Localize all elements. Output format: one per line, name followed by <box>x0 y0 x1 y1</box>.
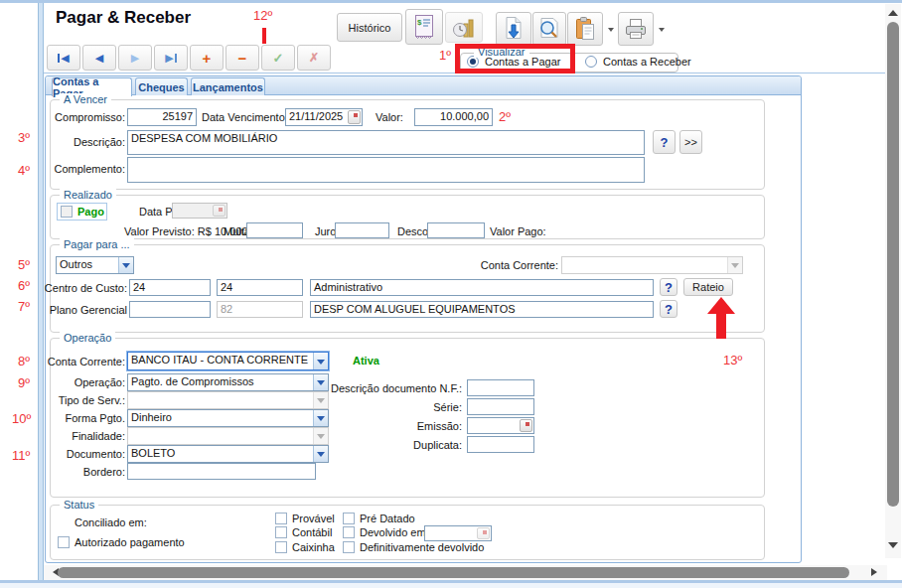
data-vencimento-field[interactable]: 21/11/2025 <box>285 108 363 126</box>
print-button[interactable] <box>618 12 654 46</box>
operacao-label: Operação: <box>40 376 125 388</box>
radio-unselected-icon <box>585 56 597 68</box>
plano-gerencial-name-field[interactable]: DESP COM ALUGUEL EQUIPAMENTOS <box>310 301 654 318</box>
nav-cancel-button[interactable]: ✗ <box>297 45 331 71</box>
serie-field[interactable] <box>467 398 534 415</box>
centro-custo-label: Centro de Custo: <box>40 282 127 294</box>
nav-delete-button[interactable]: − <box>226 45 259 71</box>
operacao-combo[interactable]: Pagto. de Compromissos <box>127 373 329 391</box>
devolvido-em-date-field[interactable] <box>424 525 492 541</box>
combo-arrow-icon[interactable] <box>313 446 328 462</box>
juros-field[interactable] <box>335 222 389 238</box>
valor-field[interactable]: 10.000,00 <box>414 108 493 126</box>
preview-icon <box>538 17 560 42</box>
caixinha-checkbox[interactable]: Caixinha <box>275 541 335 553</box>
pp-conta-corrente-combo <box>561 256 743 274</box>
pre-datado-label: Pré Datado <box>360 513 415 524</box>
preview-button[interactable] <box>532 12 566 46</box>
complemento-field[interactable] <box>127 157 645 183</box>
print-dropdown-button[interactable] <box>656 20 668 38</box>
window-left-border <box>38 3 44 588</box>
tab-lancamentos[interactable]: Lançamentos <box>191 77 265 95</box>
documento-combo[interactable]: BOLETO <box>127 445 329 463</box>
check-icon: ✓ <box>273 51 284 66</box>
annotation-arrow-up <box>707 297 735 339</box>
horizontal-scroll-thumb[interactable] <box>58 567 849 578</box>
documento-label: Documento: <box>40 448 125 460</box>
desconto-field[interactable] <box>427 222 485 238</box>
compromisso-field[interactable]: 25197 <box>127 108 197 126</box>
combo-arrow-icon[interactable] <box>118 257 133 273</box>
paste-dropdown-button[interactable] <box>605 20 617 38</box>
scroll-down-icon[interactable] <box>888 542 898 548</box>
descricao-field[interactable]: DESPESA COM MOBILIÁRIO <box>127 130 645 155</box>
calendar-icon[interactable] <box>348 110 361 124</box>
paste-button[interactable] <box>567 12 603 46</box>
op-conta-corrente-combo[interactable]: BANCO ITAU - CONTA CORRENTE <box>127 352 329 370</box>
combo-arrow-icon[interactable] <box>313 410 328 426</box>
annotation-5: 5º <box>18 257 30 272</box>
nav-first-button[interactable]: ◀ <box>47 45 80 71</box>
prev-record-icon: ◀ <box>95 53 103 64</box>
combo-arrow-icon[interactable] <box>313 374 328 390</box>
receipt-button[interactable]: $ <box>405 9 443 45</box>
window-top-border <box>0 0 902 3</box>
nav-prev-button[interactable]: ◀ <box>82 45 116 71</box>
centro-custo-code1-field[interactable]: 24 <box>129 279 211 296</box>
nav-last-button[interactable]: ▶ <box>154 45 188 71</box>
conciliado-label: Conciliado em: <box>75 516 147 528</box>
vertical-scroll-thumb[interactable] <box>887 22 899 507</box>
centro-custo-code2-field[interactable]: 24 <box>217 279 303 296</box>
combo-arrow-icon <box>313 392 328 408</box>
autorizado-checkbox[interactable]: Autorizado pagamento <box>58 536 185 548</box>
plano-gerencial-help-button[interactable]: ? <box>660 300 677 318</box>
multa-field[interactable] <box>246 222 303 238</box>
nav-next-button[interactable]: ▶ <box>118 45 152 71</box>
schedule-button[interactable] <box>445 12 483 43</box>
forma-pgto-value: Dinheiro <box>131 411 172 423</box>
first-record-icon: ◀ <box>58 53 69 64</box>
centro-custo-name-field[interactable]: Administrativo <box>310 279 654 296</box>
combo-arrow-icon[interactable] <box>313 353 328 369</box>
minus-icon: − <box>238 50 247 67</box>
descricao-nf-field[interactable] <box>467 379 534 396</box>
data-pag-field <box>172 203 227 219</box>
devolvido-em-checkbox[interactable]: Devolvido em <box>343 526 426 538</box>
scroll-up-icon[interactable] <box>888 10 898 16</box>
finalidade-combo <box>127 427 329 445</box>
calendar-icon <box>213 205 226 217</box>
bordero-field[interactable] <box>127 463 316 480</box>
emissao-field[interactable] <box>467 417 534 434</box>
plano-gerencial-code1-field[interactable] <box>129 301 211 318</box>
annotation-2: 2º <box>499 109 511 124</box>
centro-custo-help-button[interactable]: ? <box>660 278 677 296</box>
calendar-icon[interactable] <box>520 419 532 432</box>
definitivamente-checkbox[interactable]: Definitivamente devolvido <box>343 541 484 553</box>
contabil-checkbox[interactable]: Contábil <box>275 526 332 538</box>
provavel-checkbox[interactable]: Provável <box>275 513 335 524</box>
annotation-10: 10º <box>12 411 31 426</box>
pre-datado-checkbox[interactable]: Pré Datado <box>343 513 415 524</box>
rateio-button[interactable]: Rateio <box>683 278 733 296</box>
tipo-favorecido-combo[interactable]: Outros <box>56 256 134 274</box>
scroll-right-icon[interactable] <box>871 568 881 576</box>
nav-confirm-button[interactable]: ✓ <box>261 45 295 71</box>
forma-pgto-combo[interactable]: Dinheiro <box>127 409 329 427</box>
duplicata-field[interactable] <box>467 436 534 453</box>
historico-button[interactable]: Histórico <box>337 13 402 42</box>
receipt-icon: $ <box>412 14 436 41</box>
operacao-value: Pagto. de Compromissos <box>131 375 254 387</box>
pago-checkbox[interactable]: Pago <box>61 206 104 218</box>
vertical-scrollbar[interactable] <box>885 4 901 558</box>
annotation-highlight-box <box>455 44 575 74</box>
page-title: Pagar & Receber <box>56 8 191 28</box>
export-button[interactable] <box>496 12 531 46</box>
horizontal-scrollbar[interactable] <box>44 565 887 580</box>
descricao-help-button[interactable]: ? <box>653 130 676 154</box>
radio-contas-a-receber[interactable]: Contas a Receber <box>585 56 691 68</box>
descricao-expand-button[interactable]: >> <box>679 130 702 154</box>
combo-arrow-icon <box>727 257 742 273</box>
nav-add-button[interactable]: + <box>190 45 224 71</box>
tab-cheques[interactable]: Cheques <box>135 77 188 95</box>
tab-cheques-label: Cheques <box>138 81 184 93</box>
